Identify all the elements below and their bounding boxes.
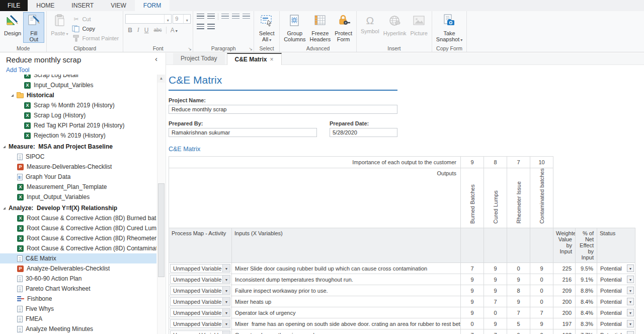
chevron-down-icon[interactable]: [627, 309, 634, 316]
activity-dropdown[interactable]: Unmapped Variable: [170, 319, 230, 328]
importance-cell[interactable]: 7: [507, 157, 530, 168]
font-name-select[interactable]: [125, 14, 172, 24]
input-variable-cell[interactable]: Mixer heats up: [232, 296, 461, 307]
chevron-down-icon[interactable]: [222, 276, 230, 283]
chevron-down-icon[interactable]: [222, 287, 230, 294]
paste-button[interactable]: Paste: [49, 12, 70, 38]
score-cell[interactable]: 9: [530, 318, 553, 329]
underline-button[interactable]: U: [142, 27, 151, 34]
numbered-list-icon[interactable]: [207, 14, 215, 19]
chevron-down-icon[interactable]: [222, 298, 230, 305]
score-cell[interactable]: 9: [530, 263, 553, 274]
sidebar-item[interactable]: Red Tag KPI Portal 2019 (History): [0, 120, 156, 130]
chevron-down-icon[interactable]: [627, 331, 634, 334]
sidebar-item[interactable]: Measurement_Plan_Template: [0, 182, 156, 192]
chevron-down-icon[interactable]: [222, 264, 230, 272]
italic-button[interactable]: I: [135, 26, 142, 34]
score-cell[interactable]: 9: [484, 274, 507, 285]
ribbon-tab-home[interactable]: HOME: [28, 0, 63, 11]
ribbon-tab-view[interactable]: VIEW: [102, 0, 135, 11]
score-cell[interactable]: 0: [461, 318, 484, 329]
sidebar-item[interactable]: Analyze-Deliverables-Checklist: [0, 263, 156, 274]
select-all-button[interactable]: Select All: [256, 12, 277, 44]
freeze-headers-button[interactable]: Freeze Headers: [308, 12, 333, 43]
sidebar-item[interactable]: Root Cause & Corrective Action (8D) Rheo…: [0, 233, 156, 243]
sidebar-item[interactable]: Root Cause & Corrective Action (8D) Cure…: [0, 223, 156, 233]
importance-cell[interactable]: 9: [461, 157, 484, 168]
sidebar-section[interactable]: Analyze: Develop Y=f(X) Relationship: [0, 203, 156, 213]
score-cell[interactable]: 9: [484, 263, 507, 274]
prepared-by-input[interactable]: [169, 128, 317, 137]
increase-indent-icon[interactable]: [197, 24, 204, 29]
format-painter-button[interactable]: Format Painter: [70, 33, 121, 43]
score-cell[interactable]: 0: [484, 307, 507, 318]
chevron-down-icon[interactable]: [627, 276, 634, 283]
font-dialog-launcher[interactable]: ↘: [188, 46, 192, 51]
score-cell[interactable]: 7: [484, 329, 507, 334]
sidebar-item[interactable]: Rejection % 2019 (History): [0, 130, 156, 141]
scrollbar-thumb[interactable]: [158, 183, 165, 277]
protect-form-button[interactable]: Protect Form: [333, 12, 354, 43]
chevron-down-icon[interactable]: [627, 287, 634, 294]
importance-cell[interactable]: 8: [484, 157, 507, 168]
score-cell[interactable]: 7: [530, 307, 553, 318]
score-cell[interactable]: 9: [484, 318, 507, 329]
score-cell[interactable]: 9: [507, 296, 530, 307]
input-variable-cell[interactable]: Operator lack of urgency: [232, 307, 461, 318]
ribbon-tab-form[interactable]: FORM: [135, 0, 170, 11]
font-size-select[interactable]: 9: [173, 14, 191, 24]
paragraph-dialog-launcher[interactable]: ↘: [249, 46, 253, 51]
group-columns-button[interactable]: Group Columns: [282, 12, 307, 43]
ribbon-tab-insert[interactable]: INSERT: [63, 0, 102, 11]
chevron-down-icon[interactable]: [627, 320, 634, 327]
decrease-indent-icon[interactable]: [207, 24, 215, 29]
score-cell[interactable]: 9: [461, 307, 484, 318]
activity-dropdown[interactable]: Unmapped Variable: [170, 286, 230, 295]
input-variable-cell[interactable]: Operator change the mix procedure.: [232, 329, 461, 334]
strikethrough-button[interactable]: abc: [151, 27, 165, 33]
score-cell[interactable]: 0: [530, 296, 553, 307]
sidebar-item[interactable]: Scrap Log Detail: [0, 75, 156, 80]
align-left-icon[interactable]: [221, 14, 229, 19]
activity-dropdown[interactable]: Unmapped Variable: [170, 264, 230, 273]
scroll-up-icon[interactable]: [157, 75, 165, 83]
close-icon[interactable]: ×: [270, 54, 274, 65]
output-column-header[interactable]: Burned Batches: [461, 168, 484, 228]
score-cell[interactable]: 9: [484, 285, 507, 296]
activity-dropdown[interactable]: Unmapped Variable: [170, 297, 230, 306]
take-snapshot-button[interactable]: Take Snapshot: [434, 12, 465, 44]
score-cell[interactable]: 0: [530, 285, 553, 296]
expander-icon[interactable]: [11, 94, 14, 97]
bullet-list-icon[interactable]: [197, 14, 204, 19]
expander-icon[interactable]: [3, 207, 6, 210]
sidebar-scrollbar[interactable]: [157, 75, 165, 334]
sidebar-collapse-icon[interactable]: ‹: [155, 54, 157, 63]
sidebar-section[interactable]: Measure: MSA and Project Baseline: [0, 142, 156, 152]
score-cell[interactable]: 0: [530, 329, 553, 334]
sidebar-item[interactable]: Scrap Log (History): [0, 110, 156, 120]
score-cell[interactable]: 7: [507, 307, 530, 318]
document-tab[interactable]: Project Today: [173, 53, 225, 64]
hyperlink-button[interactable]: Hyperlink: [381, 12, 409, 37]
sidebar-item[interactable]: Root Cause & Corrective Action (8D) Cont…: [0, 243, 156, 253]
sidebar-item[interactable]: Five Whys: [0, 304, 156, 314]
score-cell[interactable]: 8: [507, 285, 530, 296]
score-cell[interactable]: 9: [461, 274, 484, 285]
score-cell[interactable]: 0: [530, 274, 553, 285]
score-cell[interactable]: 0: [507, 263, 530, 274]
status-dropdown[interactable]: Potential: [597, 285, 635, 296]
status-dropdown[interactable]: Potential: [597, 318, 635, 329]
sidebar-item[interactable]: 30-60-90 Action Plan: [0, 274, 156, 284]
align-center-icon[interactable]: [232, 14, 239, 19]
chevron-down-icon[interactable]: [183, 15, 190, 23]
font-color-button[interactable]: A: [168, 27, 180, 34]
prepared-date-input[interactable]: [330, 128, 397, 137]
status-dropdown[interactable]: Potential: [597, 274, 635, 285]
picture-button[interactable]: Picture: [409, 12, 430, 37]
importance-cell[interactable]: 10: [530, 157, 553, 168]
sidebar-item[interactable]: FMEA: [0, 314, 156, 324]
copy-button[interactable]: Copy: [70, 24, 121, 33]
score-cell[interactable]: 9: [507, 329, 530, 334]
design-button[interactable]: Design: [2, 12, 23, 37]
score-cell[interactable]: 9: [461, 285, 484, 296]
